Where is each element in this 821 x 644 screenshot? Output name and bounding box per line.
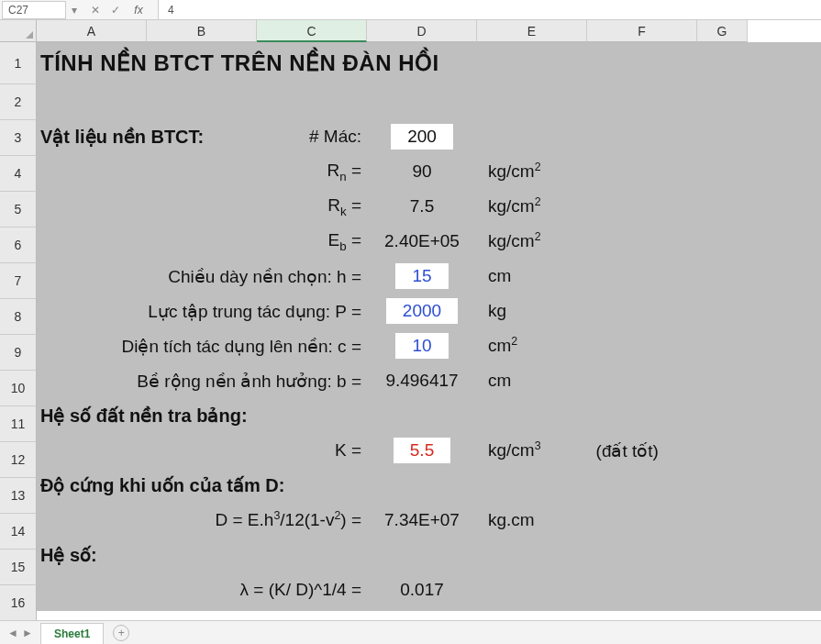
row-7: Chiều dày nền chọn: h = 15 cm <box>37 259 821 294</box>
cancel-icon[interactable]: ✕ <box>88 4 103 17</box>
tab-next-icon[interactable]: ► <box>22 627 33 639</box>
c-value-cell[interactable]: 10 <box>367 333 477 359</box>
rn-label: Rn = <box>37 161 367 183</box>
rk-value: 7.5 <box>367 196 477 217</box>
row-8: Lực tập trung tác dụng: P = 2000 kg <box>37 294 821 328</box>
eb-value: 2.40E+05 <box>367 231 477 251</box>
row-10: Bề rộng nền ảnh hưởng: b = 9.496417 cm <box>37 363 821 398</box>
fx-icon[interactable]: fx <box>128 4 149 17</box>
h-value: 15 <box>395 263 448 289</box>
row-head-2[interactable]: 2 <box>0 84 37 120</box>
lambda-formula: λ = (K/ D)^1/4 = <box>37 580 367 600</box>
mac-value: 200 <box>391 124 453 150</box>
lambda-value: 0.017 <box>367 580 477 600</box>
material-label: Vật liệu nền BTCT: <box>37 126 257 148</box>
p-value: 2000 <box>386 298 458 324</box>
p-label: Lực tập trung tác dụng: P = <box>37 301 367 322</box>
new-sheet-button[interactable]: + <box>113 625 129 641</box>
row-head-3[interactable]: 3 <box>0 120 37 156</box>
row-head-5[interactable]: 5 <box>0 192 37 228</box>
select-all-triangle[interactable] <box>0 20 37 42</box>
row-head-12[interactable]: 12 <box>0 442 37 478</box>
row-11: Hệ số đất nền tra bảng: <box>37 398 821 433</box>
d-value: 7.34E+07 <box>367 510 477 530</box>
rk-label: Rk = <box>37 195 367 218</box>
row-head-13[interactable]: 13 <box>0 478 37 514</box>
tab-prev-icon[interactable]: ◄ <box>7 627 18 639</box>
row-head-11[interactable]: 11 <box>0 406 37 442</box>
col-head-G[interactable]: G <box>697 20 748 42</box>
rn-value: 90 <box>367 161 477 182</box>
b-unit: cm <box>477 371 511 391</box>
sheet-tabs-bar: ◄ ► Sheet1 + <box>0 620 821 644</box>
tab-nav: ◄ ► <box>7 627 33 639</box>
row-head-6[interactable]: 6 <box>0 228 37 263</box>
row-12: K = 5.5 kg/cm3 (đất tốt) <box>37 433 821 468</box>
k-unit: kg/cm3 <box>477 439 541 461</box>
row-head-8[interactable]: 8 <box>0 299 37 335</box>
k-label: K = <box>37 440 367 461</box>
rk-unit: kg/cm2 <box>477 195 541 217</box>
row-head-1[interactable]: 1 <box>0 42 37 84</box>
k-note: (đất tốt) <box>541 440 659 461</box>
k-value: 5.5 <box>394 438 450 463</box>
row-14: D = E.h3/12(1-v2) = 7.34E+07 kg.cm <box>37 503 821 538</box>
d-unit: kg.cm <box>477 510 535 530</box>
row-5: Rk = 7.5 kg/cm2 <box>37 189 821 224</box>
col-head-C[interactable]: C <box>257 20 367 42</box>
tab-sheet1[interactable]: Sheet1 <box>40 623 104 644</box>
mac-label: # Mác: <box>257 127 367 147</box>
row-4: Rn = 90 kg/cm2 <box>37 154 821 189</box>
formula-bar: C27 ▾ ✕ ✓ fx 4 <box>0 0 821 20</box>
formula-bar-icons: ✕ ✓ <box>88 4 123 17</box>
c-unit: cm2 <box>477 335 517 356</box>
c-value: 10 <box>395 333 448 359</box>
soil-coef-label: Hệ số đất nền tra bảng: <box>37 405 248 427</box>
sheet-content: TÍNH NỀN BTCT TRÊN NỀN ĐÀN HỒI Vật liệu … <box>37 42 821 607</box>
b-value: 9.496417 <box>367 371 477 391</box>
row-13: Độ cứng khi uốn của tấm D: <box>37 468 821 503</box>
accept-icon[interactable]: ✓ <box>108 4 123 17</box>
formula-input[interactable]: 4 <box>158 0 821 19</box>
eb-unit: kg/cm2 <box>477 230 541 251</box>
row-head-16[interactable]: 16 <box>0 585 37 621</box>
col-head-B[interactable]: B <box>147 20 257 42</box>
col-head-D[interactable]: D <box>367 20 477 42</box>
col-head-F[interactable]: F <box>587 20 697 42</box>
rn-unit: kg/cm2 <box>477 161 541 182</box>
row-15: Hệ số: <box>37 538 821 572</box>
name-box[interactable]: C27 <box>2 1 66 19</box>
b-label: Bề rộng nền ảnh hưởng: b = <box>37 371 367 392</box>
h-label: Chiều dày nền chọn: h = <box>37 266 367 287</box>
row-head-4[interactable]: 4 <box>0 156 37 192</box>
column-headers: A B C D E F G <box>37 20 821 42</box>
eb-label: Eb = <box>37 230 367 253</box>
col-head-A[interactable]: A <box>37 20 147 42</box>
d-formula: D = E.h3/12(1-v2) = <box>37 509 367 530</box>
row-head-7[interactable]: 7 <box>0 263 37 299</box>
mac-value-cell[interactable]: 200 <box>367 124 477 150</box>
row-16: λ = (K/ D)^1/4 = 0.017 <box>37 572 821 607</box>
p-value-cell[interactable]: 2000 <box>367 298 477 324</box>
coef-label: Hệ số: <box>37 544 97 566</box>
row-head-10[interactable]: 10 <box>0 371 37 406</box>
spreadsheet-grid: A B C D E F G 1 2 3 4 5 6 7 8 9 10 11 12… <box>0 20 821 622</box>
col-head-E[interactable]: E <box>477 20 587 42</box>
row-head-9[interactable]: 9 <box>0 335 37 371</box>
row-headers: 1 2 3 4 5 6 7 8 9 10 11 12 13 14 15 16 <box>0 42 37 621</box>
page-title: TÍNH NỀN BTCT TRÊN NỀN ĐÀN HỒI <box>37 50 439 76</box>
row-9: Diện tích tác dụng lên nền: c = 10 cm2 <box>37 328 821 363</box>
p-unit: kg <box>477 301 506 321</box>
stiffness-label: Độ cứng khi uốn của tấm D: <box>37 474 284 496</box>
row-3: Vật liệu nền BTCT: # Mác: 200 <box>37 119 821 154</box>
h-value-cell[interactable]: 15 <box>367 263 477 289</box>
row-2 <box>37 84 821 119</box>
c-label: Diện tích tác dụng lên nền: c = <box>37 336 367 357</box>
name-box-dropdown-icon[interactable]: ▾ <box>66 4 83 17</box>
row-head-15[interactable]: 15 <box>0 550 37 585</box>
row-head-14[interactable]: 14 <box>0 514 37 550</box>
h-unit: cm <box>477 266 511 286</box>
row-1: TÍNH NỀN BTCT TRÊN NỀN ĐÀN HỒI <box>37 42 821 84</box>
row-6: Eb = 2.40E+05 kg/cm2 <box>37 224 821 259</box>
k-value-cell[interactable]: 5.5 <box>367 438 477 463</box>
